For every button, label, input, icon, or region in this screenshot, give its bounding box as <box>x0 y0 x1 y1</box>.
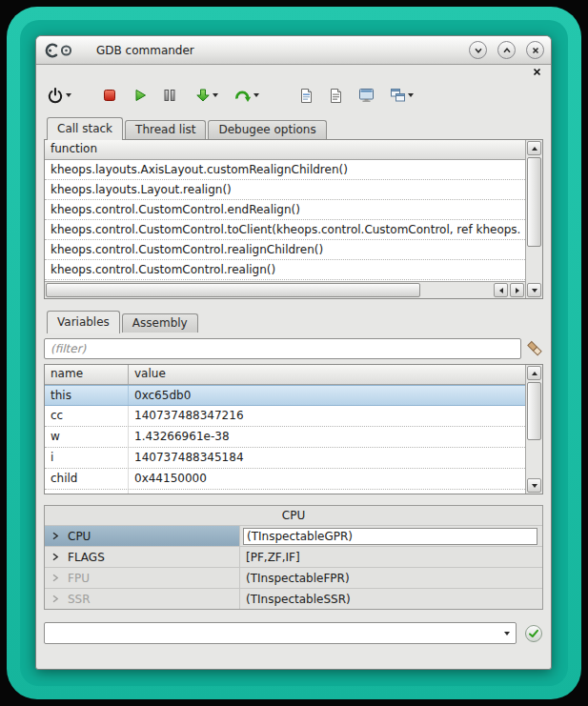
tab-variables[interactable]: Variables <box>47 311 120 333</box>
vertical-scrollbar[interactable] <box>525 140 542 298</box>
cpu-row-name[interactable]: FPU <box>45 568 240 588</box>
filter-input[interactable] <box>44 338 521 359</box>
stop-button[interactable] <box>99 83 120 108</box>
scrollbar-handle[interactable] <box>527 382 541 440</box>
titlebar[interactable]: GDB commander <box>36 36 551 65</box>
cpu-row[interactable]: CPU (TInspectableGPR) <box>45 525 542 546</box>
gdb-commander-window: GDB commander <box>35 35 552 670</box>
column-header-function[interactable]: function <box>45 140 103 159</box>
clear-filter-button[interactable] <box>526 340 543 357</box>
scrollbar-track[interactable] <box>527 382 541 476</box>
tab-assembly[interactable]: Assembly <box>122 313 198 333</box>
cpu-row[interactable]: FPU (TInspectableFPR) <box>45 567 542 588</box>
dock-close-button[interactable] <box>533 68 541 76</box>
callstack-row[interactable]: kheops.layouts.Layout.realign() <box>45 180 525 200</box>
pause-button[interactable] <box>160 83 179 108</box>
variable-row[interactable]: cc 140737488347216 <box>45 406 525 427</box>
document-button[interactable] <box>296 83 316 108</box>
column-header-name[interactable]: name <box>45 365 129 384</box>
cpu-row[interactable]: FLAGS [PF,ZF,IF] <box>45 546 542 567</box>
callstack-row[interactable]: kheops.control.CustomControl.realignChil… <box>45 240 525 260</box>
expander-icon[interactable] <box>51 595 59 603</box>
windows-button[interactable] <box>387 83 416 108</box>
scroll-right-button[interactable] <box>510 283 524 297</box>
cpu-row-name[interactable]: FLAGS <box>45 547 240 567</box>
callstack-row[interactable]: kheops.control.CustomControl.realign() <box>45 260 525 280</box>
expander-icon[interactable] <box>51 532 59 540</box>
callstack-row[interactable]: kheops.layouts.AxisLayout.customRealignC… <box>45 160 525 180</box>
vertical-scrollbar[interactable] <box>525 365 542 494</box>
variables-tabbar: Variables Assembly <box>44 311 543 333</box>
scroll-down-button[interactable] <box>527 283 541 297</box>
tab-call-stack[interactable]: Call stack <box>47 117 123 140</box>
close-icon <box>533 68 541 76</box>
callstack-rows: kheops.layouts.AxisLayout.customRealignC… <box>45 160 525 281</box>
scroll-down-button[interactable] <box>527 478 541 493</box>
send-command-button[interactable] <box>524 624 543 643</box>
variables-pane: name value this 0xc65db0 cc 140737488347… <box>44 364 543 494</box>
variable-row[interactable]: child 0x44150000 <box>45 469 525 490</box>
power-button[interactable] <box>44 83 74 108</box>
filter-row <box>44 338 543 359</box>
close-button[interactable] <box>526 41 544 59</box>
chevron-down-icon <box>408 93 414 97</box>
document-lines-button[interactable] <box>326 83 346 108</box>
callstack-row[interactable]: kheops.control.CustomControl.toClient(kh… <box>45 220 525 240</box>
expander-icon[interactable] <box>51 574 59 582</box>
run-button[interactable] <box>130 83 151 108</box>
command-input[interactable] <box>45 624 498 642</box>
scroll-up-button[interactable] <box>527 141 541 155</box>
step-over-button[interactable] <box>231 83 262 108</box>
command-row <box>44 622 543 644</box>
register-value: (TInspectableFPR) <box>243 572 350 585</box>
cpu-panel-title: CPU <box>45 506 542 525</box>
variable-name: b <box>45 490 129 494</box>
variable-row[interactable]: w 1.43266961e-38 <box>45 427 525 448</box>
register-value: (TInspectableSSR) <box>243 593 351 606</box>
expander-icon[interactable] <box>51 553 59 561</box>
shade-button[interactable] <box>469 41 487 59</box>
cpu-row-value: (TInspectableGPR) <box>240 526 542 546</box>
variable-name: this <box>45 386 129 405</box>
triangle-right-icon <box>516 288 519 293</box>
chevron-down-icon <box>504 632 510 635</box>
scrollbar-track[interactable] <box>46 283 492 297</box>
horizontal-scrollbar[interactable] <box>45 281 525 298</box>
step-over-icon <box>233 88 252 103</box>
column-header-value[interactable]: value <box>129 365 525 384</box>
callstack-row[interactable]: kheops.control.CustomControl.endRealign(… <box>45 200 525 220</box>
variable-value: 140737488347216 <box>129 406 525 426</box>
command-combobox[interactable] <box>44 622 517 644</box>
variable-row[interactable]: b 1.43266961e-38 <box>45 490 525 494</box>
triangle-up-icon <box>532 372 537 375</box>
cpu-row-name[interactable]: CPU <box>45 526 240 546</box>
cpu-row[interactable]: SSR (TInspectableSSR) <box>45 588 542 609</box>
triangle-left-icon <box>499 288 503 293</box>
combo-dropdown-button[interactable] <box>498 623 516 643</box>
cpu-panel: CPU CPU (TInspectableGPR) FLAGS [PF,ZF,I… <box>44 505 543 610</box>
scroll-left-button[interactable] <box>494 283 508 297</box>
cpu-row-name[interactable]: SSR <box>45 589 240 609</box>
tab-debugee-options[interactable]: Debugee options <box>208 120 326 139</box>
restore-button[interactable] <box>497 41 516 59</box>
variable-name: cc <box>45 406 129 426</box>
register-value-editor[interactable]: (TInspectableGPR) <box>243 528 537 545</box>
eraser-icon <box>526 340 543 357</box>
scroll-up-button[interactable] <box>527 366 541 380</box>
tab-thread-list[interactable]: Thread list <box>125 120 206 139</box>
close-icon <box>531 46 540 55</box>
callstack-pane: function kheops.layouts.AxisLayout.custo… <box>44 139 543 299</box>
monitor-button[interactable] <box>355 83 377 108</box>
scrollbar-handle[interactable] <box>46 283 420 297</box>
debug-toolbar <box>44 81 543 110</box>
step-into-icon <box>195 88 211 103</box>
scrollbar-track[interactable] <box>527 157 541 281</box>
step-into-button[interactable] <box>193 83 221 108</box>
variable-row[interactable]: i 140737488345184 <box>45 448 525 469</box>
variable-row-selected[interactable]: this 0xc65db0 <box>45 385 525 406</box>
variable-name: child <box>45 469 129 489</box>
scrollbar-handle[interactable] <box>527 157 541 247</box>
triangle-up-icon <box>532 147 537 151</box>
variable-name: i <box>45 448 129 468</box>
register-value: [PF,ZF,IF] <box>243 551 300 564</box>
